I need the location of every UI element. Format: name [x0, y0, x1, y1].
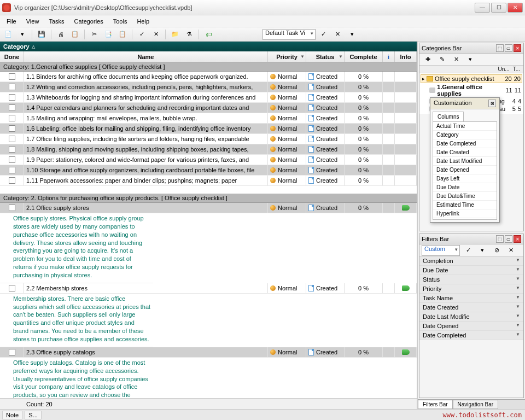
more-icon[interactable]: ▾	[346, 29, 358, 40]
customization-item[interactable]: Days Left	[433, 174, 497, 183]
col-complete[interactable]: Complete	[345, 51, 383, 62]
checkbox[interactable]	[9, 156, 15, 163]
menu-tools[interactable]: Tools	[109, 17, 132, 26]
print-icon[interactable]: 🖨	[55, 29, 67, 40]
customization-close-icon[interactable]: ⊠	[488, 100, 496, 107]
filter-field[interactable]: Due Date▼	[419, 266, 523, 275]
task-row[interactable]: 1.3 Whiteboards for logging and sharing …	[0, 92, 417, 103]
checkbox[interactable]	[9, 205, 15, 211]
customization-item[interactable]: Hyperlink	[433, 209, 497, 218]
task-row[interactable]: 1.7 Office filing supplies, including fi…	[0, 134, 417, 144]
col-i[interactable]: i	[383, 51, 395, 62]
task-row[interactable]: 1.9 Paper: stationery, colored and wide-…	[0, 155, 417, 165]
filters-close-icon[interactable]: ✕	[514, 235, 521, 243]
minimize-button[interactable]: —	[475, 3, 490, 13]
task-icon[interactable]: ✓	[136, 29, 148, 40]
clear-icon[interactable]: ✕	[332, 29, 344, 40]
task-row[interactable]: 1.8 Mailing, shipping and moving supplie…	[0, 144, 417, 155]
checkbox[interactable]	[9, 285, 15, 291]
apply-icon[interactable]: ✓	[318, 29, 330, 40]
filter-field[interactable]: Date Created▼	[419, 303, 523, 312]
task-row[interactable]: 1.11 Paperwork accessories: paper and bi…	[0, 176, 417, 186]
customization-item[interactable]: Date Completed	[433, 139, 497, 148]
new-icon[interactable]: 📄	[2, 29, 14, 40]
task-row[interactable]: 1.6 Labeling: office labels for mailing …	[0, 124, 417, 134]
checkbox[interactable]	[9, 73, 15, 80]
checkbox[interactable]	[9, 146, 15, 153]
checkbox[interactable]	[9, 84, 15, 90]
edit-category-icon[interactable]: ✎	[436, 54, 448, 65]
customization-item[interactable]: Date Last Modified	[433, 157, 497, 166]
tree-item[interactable]: 1.General office supplies1111	[421, 83, 522, 97]
customization-item[interactable]: Due Date&Time	[433, 192, 497, 201]
task-row[interactable]: 1.5 Mailing and wrapping: mail envelopes…	[0, 113, 417, 124]
checkbox[interactable]	[9, 349, 15, 355]
cut-icon[interactable]: ✂	[88, 29, 100, 40]
tab-navigation-bar[interactable]: Navigation Bar	[453, 400, 499, 409]
checkbox[interactable]	[9, 104, 15, 111]
status-note[interactable]: Note	[2, 411, 22, 419]
customization-item[interactable]: Actual Time	[433, 122, 497, 131]
titlebar[interactable]: Vip organizer [C:\Users\dmitry\Desktop\O…	[0, 0, 525, 15]
task-row[interactable]: 2.2 Membership storesNormalCreated0 %	[0, 283, 417, 294]
filter-delete-icon[interactable]: ✕	[505, 245, 517, 256]
filter-field[interactable]: Date Last Modifie▼	[419, 312, 523, 322]
customization-popup[interactable]: Customization ⊠ Columns Actual TimeCateg…	[430, 97, 500, 223]
grid-body[interactable]: Category: 1.General office supplies [ Of…	[0, 62, 417, 398]
filter-clear-icon[interactable]: ⊘	[491, 245, 503, 256]
filter-apply-icon[interactable]: ✓	[462, 245, 474, 256]
customization-item[interactable]: Reminder Time	[433, 218, 497, 220]
expand-icon[interactable]: ▾	[464, 54, 476, 65]
filter-field[interactable]: Status▼	[419, 275, 523, 284]
checkbox[interactable]	[9, 167, 15, 173]
customization-item[interactable]: Category	[433, 131, 497, 139]
expand-icon[interactable]: ▸	[422, 76, 425, 81]
preview-icon[interactable]: 📋	[69, 29, 81, 40]
checkbox[interactable]	[9, 115, 15, 121]
panel-close-icon[interactable]: ✕	[514, 44, 521, 52]
filters-pin-icon[interactable]: ⬚	[496, 235, 504, 243]
col-priority[interactable]: Priority▼	[268, 51, 306, 62]
filters-max-icon[interactable]: ▭	[505, 235, 512, 243]
group-row[interactable]: Category: 1.General office supplies [ Of…	[0, 62, 417, 72]
filter-icon[interactable]: ⚗	[183, 29, 195, 40]
panel-pin-icon[interactable]: ⬚	[496, 44, 504, 52]
status-s[interactable]: S...	[25, 411, 42, 419]
menu-help[interactable]: Help	[132, 17, 154, 26]
copy-icon[interactable]: 📑	[102, 29, 114, 40]
checkbox[interactable]	[9, 125, 15, 132]
filter-field[interactable]: Completion▼	[419, 256, 523, 266]
col-status[interactable]: Status▼	[306, 51, 345, 62]
menu-view[interactable]: View	[22, 17, 44, 26]
filter-preset-combo[interactable]: Custom	[422, 245, 460, 256]
checkbox[interactable]	[9, 136, 15, 142]
checkbox[interactable]	[9, 177, 15, 184]
menu-file[interactable]: File	[2, 17, 21, 26]
category-icon[interactable]: 📁	[169, 29, 181, 40]
flag-icon[interactable]: 🏷	[202, 29, 214, 40]
customization-item[interactable]: Date Created	[433, 148, 497, 157]
task-row[interactable]: 1.10 Storage and office supply organizer…	[0, 165, 417, 176]
panel-max-icon[interactable]: ▭	[505, 44, 512, 52]
close-button[interactable]: ✕	[508, 3, 523, 13]
add-category-icon[interactable]: ✚	[422, 54, 434, 65]
group-by-header[interactable]: Category △	[0, 42, 417, 51]
maximize-button[interactable]: ☐	[491, 3, 506, 13]
col-name[interactable]: Name	[24, 51, 268, 62]
save-icon[interactable]: 💾	[36, 29, 48, 40]
customization-item[interactable]: Estimated Time	[433, 201, 497, 209]
filter-field[interactable]: Date Completed▼	[419, 331, 523, 340]
customization-tab-columns[interactable]: Columns	[433, 112, 464, 121]
delete-icon[interactable]: ✕	[150, 29, 162, 40]
customization-list[interactable]: Actual TimeCategoryDate CompletedDate Cr…	[433, 121, 497, 220]
task-row[interactable]: 1.4 Paper calendars and planners for sch…	[0, 103, 417, 113]
filter-save-icon[interactable]: ▾	[476, 245, 488, 256]
dropdown-icon[interactable]: ▾	[16, 29, 28, 40]
customization-item[interactable]: Date Opened	[433, 166, 497, 174]
tab-filters-bar[interactable]: Filters Bar	[418, 400, 453, 409]
tree-item[interactable]: ▸Office supply checklist2020	[421, 74, 522, 83]
view-combo[interactable]: Default Task Vi	[262, 29, 316, 40]
menu-categories[interactable]: Categories	[70, 17, 108, 26]
group-row[interactable]: Category: 2. Options for purchasing offi…	[0, 194, 417, 203]
customization-item[interactable]: Due Date	[433, 183, 497, 192]
